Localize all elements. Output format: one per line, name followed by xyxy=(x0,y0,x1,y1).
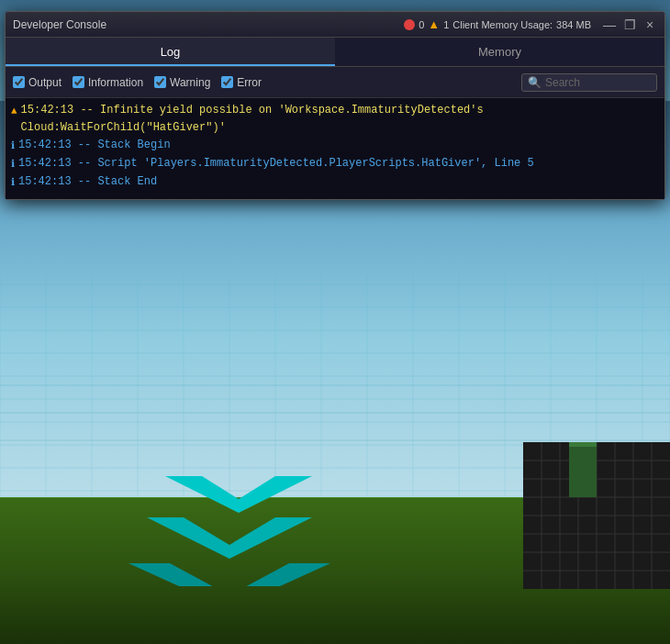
search-input[interactable] xyxy=(545,76,646,89)
warning-indicator: ▲ xyxy=(428,17,440,31)
memory-value: 384 MB xyxy=(556,19,591,30)
info-icon-3: ℹ xyxy=(11,175,15,192)
svg-rect-58 xyxy=(569,442,597,497)
log-entry-3: ℹ 15:42:13 -- Stack End xyxy=(11,173,659,192)
log-entry-2: ℹ 15:42:13 -- Script 'Players.Immaturity… xyxy=(11,155,659,173)
output-checkbox[interactable] xyxy=(13,76,25,88)
teal-arrows xyxy=(128,476,330,589)
filter-output[interactable]: Output xyxy=(13,76,61,89)
information-checkbox[interactable] xyxy=(73,76,84,88)
svg-rect-59 xyxy=(569,442,597,447)
log-text-3: 15:42:13 -- Stack End xyxy=(18,173,157,191)
log-entry-0: ▲ 15:42:13 -- Infinite yield possible on… xyxy=(11,102,659,137)
log-text-2: 15:42:13 -- Script 'Players.ImmaturityDe… xyxy=(18,155,534,172)
filter-error[interactable]: Error xyxy=(221,76,262,89)
warning-icon-0: ▲ xyxy=(11,104,17,120)
log-text-1: 15:42:13 -- Stack Begin xyxy=(18,137,171,154)
restore-button[interactable]: ❐ xyxy=(622,17,637,32)
developer-console-window: Developer Console 0 ▲ 1 Client Memory Us… xyxy=(5,11,665,200)
filter-information[interactable]: Information xyxy=(73,76,143,89)
info-icon-1: ℹ xyxy=(11,139,15,155)
log-entry-1: ℹ 15:42:13 -- Stack Begin xyxy=(11,137,659,155)
log-content: ▲ 15:42:13 -- Infinite yield possible on… xyxy=(6,98,664,199)
info-icon-2: ℹ xyxy=(11,157,15,173)
warning-count: 1 xyxy=(443,19,449,30)
tab-memory[interactable]: Memory xyxy=(335,38,664,66)
tab-bar: Log Memory xyxy=(6,38,664,67)
search-icon: 🔍 xyxy=(528,76,542,89)
svg-marker-40 xyxy=(165,476,312,513)
svg-marker-41 xyxy=(147,517,312,559)
memory-indicator: 0 ▲ 1 Client Memory Usage: 384 MB xyxy=(404,17,591,31)
warning-checkbox[interactable] xyxy=(154,76,166,88)
search-box[interactable]: 🔍 xyxy=(521,73,657,92)
window-controls: — ❐ × xyxy=(602,17,657,32)
error-checkbox[interactable] xyxy=(221,76,233,88)
memory-label: Client Memory Usage: xyxy=(452,19,553,30)
filter-warning[interactable]: Warning xyxy=(154,76,210,89)
error-indicator xyxy=(404,19,415,30)
dark-platform xyxy=(523,442,670,589)
error-count: 0 xyxy=(419,19,424,30)
window-title: Developer Console xyxy=(13,18,404,31)
log-text-0: 15:42:13 -- Infinite yield possible on '… xyxy=(21,102,659,137)
minimize-button[interactable]: — xyxy=(602,17,617,32)
svg-marker-42 xyxy=(128,563,330,586)
filter-bar: Output Information Warning Error 🔍 xyxy=(6,67,664,98)
tab-log[interactable]: Log xyxy=(6,38,335,66)
title-bar: Developer Console 0 ▲ 1 Client Memory Us… xyxy=(6,12,664,38)
close-button[interactable]: × xyxy=(642,17,657,32)
